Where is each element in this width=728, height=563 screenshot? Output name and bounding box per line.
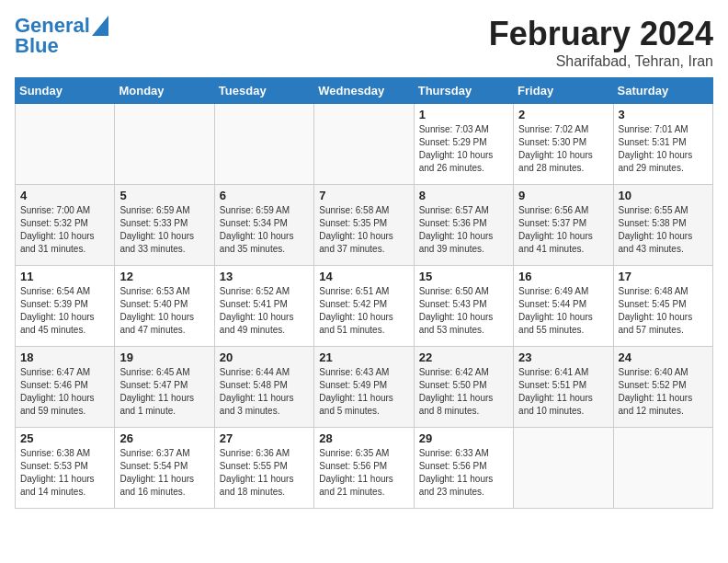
day-number: 18 [20, 350, 109, 364]
day-number: 3 [619, 108, 708, 121]
day-number: 29 [419, 431, 508, 445]
day-info: Sunrise: 6:48 AMSunset: 5:45 PMDaylight:… [619, 285, 708, 337]
day-number: 1 [419, 108, 508, 121]
calendar-day-cell: 28Sunrise: 6:35 AMSunset: 5:56 PMDayligh… [314, 428, 414, 509]
day-number: 12 [119, 270, 209, 283]
day-number: 22 [419, 350, 508, 364]
day-info: Sunrise: 7:02 AMSunset: 5:30 PMDaylight:… [518, 123, 608, 175]
calendar-week-row: 11Sunrise: 6:54 AMSunset: 5:39 PMDayligh… [16, 266, 713, 347]
calendar-day-cell: 16Sunrise: 6:49 AMSunset: 5:44 PMDayligh… [514, 266, 613, 347]
day-info: Sunrise: 6:58 AMSunset: 5:35 PMDaylight:… [319, 204, 408, 256]
day-number: 14 [319, 270, 408, 283]
calendar-day-cell [514, 428, 613, 509]
day-info: Sunrise: 6:52 AMSunset: 5:41 PMDaylight:… [220, 285, 309, 337]
day-number: 27 [220, 431, 309, 445]
day-number: 7 [319, 189, 408, 202]
weekday-header-cell: Friday [514, 78, 613, 104]
day-number: 13 [220, 270, 309, 283]
day-info: Sunrise: 6:40 AMSunset: 5:52 PMDaylight:… [619, 366, 708, 418]
weekday-header-cell: Tuesday [214, 78, 313, 104]
calendar-day-cell: 24Sunrise: 6:40 AMSunset: 5:52 PMDayligh… [613, 347, 712, 428]
calendar-day-cell: 3Sunrise: 7:01 AMSunset: 5:31 PMDaylight… [613, 104, 712, 185]
calendar-day-cell: 10Sunrise: 6:55 AMSunset: 5:38 PMDayligh… [613, 185, 712, 266]
calendar-day-cell: 20Sunrise: 6:44 AMSunset: 5:48 PMDayligh… [214, 347, 313, 428]
day-info: Sunrise: 6:44 AMSunset: 5:48 PMDaylight:… [220, 366, 309, 418]
day-info: Sunrise: 6:47 AMSunset: 5:46 PMDaylight:… [20, 366, 109, 418]
calendar-day-cell: 13Sunrise: 6:52 AMSunset: 5:41 PMDayligh… [214, 266, 313, 347]
calendar-day-cell [613, 428, 712, 509]
calendar-day-cell: 23Sunrise: 6:41 AMSunset: 5:51 PMDayligh… [514, 347, 613, 428]
day-number: 9 [518, 189, 608, 202]
logo: General Blue [15, 15, 108, 57]
calendar-day-cell: 22Sunrise: 6:42 AMSunset: 5:50 PMDayligh… [414, 347, 513, 428]
day-number: 20 [220, 350, 309, 364]
calendar-day-cell [16, 104, 115, 185]
day-number: 28 [319, 431, 408, 445]
calendar-table: SundayMondayTuesdayWednesdayThursdayFrid… [15, 77, 713, 509]
day-number: 10 [619, 189, 708, 202]
day-info: Sunrise: 6:41 AMSunset: 5:51 PMDaylight:… [518, 366, 608, 418]
day-info: Sunrise: 6:45 AMSunset: 5:47 PMDaylight:… [119, 366, 209, 418]
day-number: 2 [518, 108, 608, 121]
day-info: Sunrise: 6:59 AMSunset: 5:34 PMDaylight:… [220, 204, 309, 256]
calendar-day-cell: 14Sunrise: 6:51 AMSunset: 5:42 PMDayligh… [314, 266, 414, 347]
day-info: Sunrise: 6:53 AMSunset: 5:40 PMDaylight:… [119, 285, 209, 337]
weekday-header-cell: Wednesday [314, 78, 414, 104]
day-number: 25 [20, 431, 109, 445]
title-area: February 2024 Sharifabad, Tehran, Iran [489, 15, 713, 70]
day-number: 11 [20, 270, 109, 283]
day-info: Sunrise: 6:38 AMSunset: 5:53 PMDaylight:… [20, 447, 109, 499]
page-header: General Blue February 2024 Sharifabad, T… [15, 15, 713, 70]
calendar-day-cell: 15Sunrise: 6:50 AMSunset: 5:43 PMDayligh… [414, 266, 513, 347]
calendar-week-row: 4Sunrise: 7:00 AMSunset: 5:32 PMDaylight… [16, 185, 713, 266]
calendar-day-cell: 11Sunrise: 6:54 AMSunset: 5:39 PMDayligh… [16, 266, 115, 347]
day-info: Sunrise: 6:57 AMSunset: 5:36 PMDaylight:… [419, 204, 508, 256]
day-number: 6 [220, 189, 309, 202]
day-info: Sunrise: 6:35 AMSunset: 5:56 PMDaylight:… [319, 447, 408, 499]
day-info: Sunrise: 6:49 AMSunset: 5:44 PMDaylight:… [518, 285, 608, 337]
day-info: Sunrise: 6:50 AMSunset: 5:43 PMDaylight:… [419, 285, 508, 337]
weekday-header-row: SundayMondayTuesdayWednesdayThursdayFrid… [16, 78, 713, 104]
day-number: 8 [419, 189, 508, 202]
day-info: Sunrise: 7:01 AMSunset: 5:31 PMDaylight:… [619, 123, 708, 175]
calendar-day-cell [314, 104, 414, 185]
logo-icon [92, 16, 108, 36]
day-number: 16 [518, 270, 608, 283]
calendar-day-cell: 7Sunrise: 6:58 AMSunset: 5:35 PMDaylight… [314, 185, 414, 266]
calendar-day-cell: 4Sunrise: 7:00 AMSunset: 5:32 PMDaylight… [16, 185, 115, 266]
day-number: 5 [119, 189, 209, 202]
calendar-day-cell: 2Sunrise: 7:02 AMSunset: 5:30 PMDaylight… [514, 104, 613, 185]
calendar-day-cell: 17Sunrise: 6:48 AMSunset: 5:45 PMDayligh… [613, 266, 712, 347]
weekday-header-cell: Thursday [414, 78, 513, 104]
month-title: February 2024 [489, 15, 713, 53]
weekday-header-cell: Saturday [613, 78, 712, 104]
weekday-header-cell: Sunday [16, 78, 115, 104]
day-info: Sunrise: 6:37 AMSunset: 5:54 PMDaylight:… [119, 447, 209, 499]
day-info: Sunrise: 6:51 AMSunset: 5:42 PMDaylight:… [319, 285, 408, 337]
calendar-day-cell: 25Sunrise: 6:38 AMSunset: 5:53 PMDayligh… [16, 428, 115, 509]
svg-marker-0 [92, 16, 108, 36]
day-info: Sunrise: 6:43 AMSunset: 5:49 PMDaylight:… [319, 366, 408, 418]
day-info: Sunrise: 6:56 AMSunset: 5:37 PMDaylight:… [518, 204, 608, 256]
day-number: 26 [119, 431, 209, 445]
calendar-week-row: 1Sunrise: 7:03 AMSunset: 5:29 PMDaylight… [16, 104, 713, 185]
calendar-week-row: 25Sunrise: 6:38 AMSunset: 5:53 PMDayligh… [16, 428, 713, 509]
day-info: Sunrise: 6:54 AMSunset: 5:39 PMDaylight:… [20, 285, 109, 337]
calendar-day-cell: 26Sunrise: 6:37 AMSunset: 5:54 PMDayligh… [115, 428, 214, 509]
calendar-day-cell: 27Sunrise: 6:36 AMSunset: 5:55 PMDayligh… [214, 428, 313, 509]
calendar-day-cell: 29Sunrise: 6:33 AMSunset: 5:56 PMDayligh… [414, 428, 513, 509]
day-number: 21 [319, 350, 408, 364]
calendar-day-cell: 8Sunrise: 6:57 AMSunset: 5:36 PMDaylight… [414, 185, 513, 266]
calendar-day-cell [214, 104, 313, 185]
day-number: 24 [619, 350, 708, 364]
day-info: Sunrise: 6:42 AMSunset: 5:50 PMDaylight:… [419, 366, 508, 418]
day-number: 17 [619, 270, 708, 283]
calendar-day-cell [115, 104, 214, 185]
day-number: 4 [20, 189, 109, 202]
day-info: Sunrise: 7:00 AMSunset: 5:32 PMDaylight:… [20, 204, 109, 256]
logo-blue: Blue [15, 35, 108, 57]
location-subtitle: Sharifabad, Tehran, Iran [489, 53, 713, 70]
day-info: Sunrise: 6:36 AMSunset: 5:55 PMDaylight:… [220, 447, 309, 499]
calendar-day-cell: 9Sunrise: 6:56 AMSunset: 5:37 PMDaylight… [514, 185, 613, 266]
calendar-day-cell: 21Sunrise: 6:43 AMSunset: 5:49 PMDayligh… [314, 347, 414, 428]
